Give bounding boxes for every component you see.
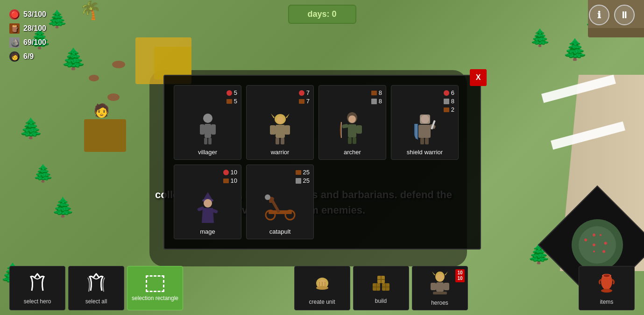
food-value: 53/100 bbox=[23, 10, 46, 19]
create-unit-label: create unit bbox=[309, 299, 335, 305]
archer-cost-wood: 8 bbox=[371, 89, 382, 96]
unit-popup: X 5 5 villager bbox=[163, 75, 481, 250]
svg-rect-19 bbox=[356, 125, 362, 134]
svg-rect-18 bbox=[342, 123, 348, 128]
svg-point-70 bbox=[436, 274, 444, 281]
warrior-wood-cost: 7 bbox=[306, 98, 310, 105]
tree-5: 🌲 bbox=[19, 117, 43, 140]
warrior-food-cost: 7 bbox=[306, 89, 310, 96]
catapult-costs: 25 25 bbox=[296, 169, 310, 184]
shield-warrior-figure bbox=[409, 109, 441, 147]
create-unit-button[interactable]: create unit bbox=[294, 266, 350, 310]
wood-resource: 🪵 28/100 bbox=[9, 23, 46, 34]
heroes-badge-line2: 10 bbox=[457, 276, 462, 281]
mage-wood-cost: 10 bbox=[231, 177, 237, 184]
svg-marker-8 bbox=[286, 114, 290, 118]
unit-card-shield-warrior[interactable]: 6 8 2 bbox=[391, 85, 459, 160]
bottom-toolbar: select hero select all selection rectang… bbox=[0, 264, 644, 315]
svg-marker-7 bbox=[271, 114, 275, 118]
create-unit-icon bbox=[312, 271, 333, 296]
catapult-stone-cost: 25 bbox=[303, 177, 310, 184]
days-label: days: 0 bbox=[307, 9, 336, 19]
svg-rect-11 bbox=[270, 125, 276, 135]
heroes-badge-line1: 10 bbox=[457, 270, 462, 276]
tree-1: 🌲 bbox=[47, 9, 68, 29]
select-all-icon bbox=[87, 272, 106, 295]
tree-7: 🌲 bbox=[51, 196, 75, 218]
tree-6: 🌲 bbox=[33, 164, 54, 183]
stone-resource: 🪨 69/100 bbox=[9, 37, 46, 48]
svg-rect-29 bbox=[420, 138, 424, 144]
mage-costs: 10 10 bbox=[223, 169, 237, 184]
svg-rect-17 bbox=[348, 124, 356, 137]
heroes-button[interactable]: 10 10 heroes bbox=[412, 266, 468, 310]
unit-card-villager[interactable]: 5 5 villager bbox=[174, 85, 241, 160]
archer-stone-cost: 8 bbox=[379, 98, 382, 105]
svg-point-9 bbox=[276, 116, 284, 124]
tree-10: 🌲 bbox=[530, 28, 551, 48]
pause-button[interactable]: ⏸ bbox=[614, 5, 635, 25]
svg-rect-13 bbox=[276, 138, 279, 144]
archer-wood-cost: 8 bbox=[379, 89, 382, 96]
svg-marker-52 bbox=[328, 278, 332, 282]
sw-cost-food: 6 bbox=[444, 89, 454, 96]
svg-point-33 bbox=[204, 199, 212, 208]
svg-rect-21 bbox=[353, 137, 356, 144]
days-counter: days: 0 bbox=[288, 5, 356, 24]
villager-wood-cost: 5 bbox=[234, 98, 237, 105]
heroes-label: heroes bbox=[431, 300, 448, 306]
unit-card-warrior[interactable]: 7 7 warrior bbox=[246, 85, 314, 160]
tree-4: 🌴 bbox=[79, 0, 101, 21]
villager-figure bbox=[191, 109, 224, 147]
unit-card-catapult[interactable]: 25 25 catapult bbox=[246, 165, 314, 239]
people-resource: 🧑 6/9 bbox=[9, 51, 46, 62]
svg-rect-10 bbox=[276, 125, 285, 138]
items-icon bbox=[597, 271, 616, 296]
svg-rect-26 bbox=[418, 125, 431, 138]
svg-rect-38 bbox=[269, 210, 292, 214]
sw-wood-cost: 2 bbox=[451, 106, 454, 113]
mage-food-cost: 10 bbox=[231, 169, 237, 176]
warrior-cost-food: 7 bbox=[299, 89, 310, 96]
svg-rect-2 bbox=[200, 124, 205, 135]
wood-icon: 🪵 bbox=[9, 23, 20, 34]
svg-marker-69 bbox=[445, 272, 448, 275]
svg-point-54 bbox=[316, 286, 328, 290]
archer-costs: 8 8 bbox=[371, 89, 382, 105]
warrior-cost-wood: 7 bbox=[299, 98, 310, 105]
selection-rectangle-button[interactable]: selection rectangle bbox=[127, 266, 183, 310]
warrior-costs: 7 7 bbox=[299, 89, 310, 105]
build-button[interactable]: build bbox=[353, 266, 409, 310]
svg-rect-30 bbox=[425, 138, 429, 144]
warrior-name: warrior bbox=[271, 149, 290, 156]
unit-card-mage[interactable]: 10 10 mage bbox=[174, 165, 241, 239]
villager-costs: 5 5 bbox=[226, 89, 237, 105]
select-all-button[interactable]: select all bbox=[68, 266, 124, 310]
wood-value: 28/100 bbox=[23, 24, 46, 33]
info-button[interactable]: ℹ bbox=[589, 5, 609, 25]
catapult-cost-stone: 25 bbox=[296, 177, 310, 184]
svg-rect-20 bbox=[348, 137, 352, 144]
top-right-buttons: ℹ ⏸ bbox=[589, 5, 635, 25]
unit-card-archer[interactable]: 8 8 bbox=[318, 85, 386, 160]
mage-cost-wood: 10 bbox=[223, 177, 237, 184]
svg-rect-3 bbox=[211, 124, 216, 135]
svg-rect-1 bbox=[205, 124, 211, 138]
archer-figure bbox=[336, 109, 369, 147]
svg-rect-72 bbox=[431, 283, 436, 290]
svg-marker-51 bbox=[313, 278, 317, 282]
sw-cost-wood: 2 bbox=[444, 106, 454, 113]
svg-rect-12 bbox=[284, 125, 290, 135]
heroes-badge: 10 10 bbox=[455, 269, 464, 282]
catapult-cost-wood: 25 bbox=[296, 169, 310, 176]
shield-warrior-costs: 6 8 2 bbox=[444, 89, 454, 113]
items-button[interactable]: items bbox=[579, 266, 635, 310]
close-popup-button[interactable]: X bbox=[470, 69, 487, 86]
svg-point-76 bbox=[601, 289, 612, 293]
select-hero-button[interactable]: select hero bbox=[9, 266, 65, 310]
svg-point-0 bbox=[203, 114, 212, 123]
build-label: build bbox=[375, 298, 387, 304]
svg-rect-14 bbox=[281, 138, 284, 144]
select-all-label: select all bbox=[85, 298, 107, 305]
archer-cost-stone: 8 bbox=[371, 98, 382, 105]
